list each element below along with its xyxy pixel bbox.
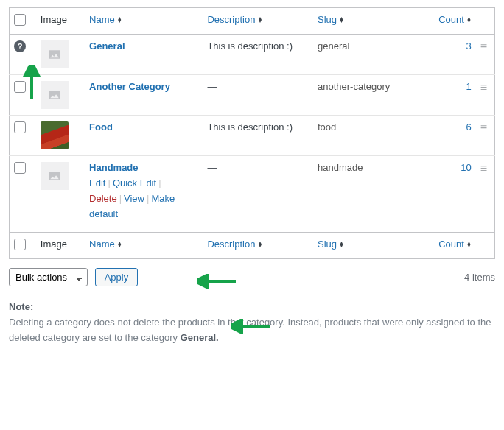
count-link[interactable]: 3 [435,40,472,52]
placeholder-image-icon[interactable] [41,162,69,190]
categories-table: Image Name Description Slug Count ?Gener… [9,7,495,259]
table-row: Another Category—another-category1≡ [10,75,495,116]
bulk-actions-select[interactable]: Bulk actions [9,268,88,286]
description-cell: This is description :) [203,35,313,75]
view-link[interactable]: View [124,193,144,204]
note-text: Note: Deleting a category does not delet… [9,300,495,345]
row-checkbox[interactable] [14,81,26,93]
select-all-checkbox-footer[interactable] [14,239,26,250]
apply-button[interactable]: Apply [95,268,139,286]
edit-link[interactable]: Edit [89,177,105,188]
description-cell: This is description :) [203,116,313,156]
count-link[interactable]: 1 [435,81,472,92]
slug-cell: food [313,116,431,156]
svg-point-3 [51,92,53,94]
drag-handle-icon[interactable]: ≡ [480,121,487,134]
sort-icon [257,17,262,23]
column-name-sort[interactable]: Name [89,14,122,25]
table-row: ?GeneralThis is description :)general3≡ [10,35,495,75]
help-icon[interactable]: ? [14,40,26,52]
column-slug-sort[interactable]: Slug [318,239,344,250]
delete-link[interactable]: Delete [89,193,117,204]
row-actions: Edit|Quick Edit|Delete|View|Make default [89,176,198,222]
category-name-link[interactable]: Handmade [89,162,138,173]
sort-icon [257,242,262,247]
slug-cell: handmade [313,156,431,233]
select-all-checkbox[interactable] [14,14,26,26]
drag-handle-icon[interactable]: ≡ [480,162,487,175]
row-checkbox[interactable] [14,162,26,174]
column-description-sort[interactable]: Description [207,14,262,25]
column-image: Image [36,8,85,35]
items-count: 4 items [464,272,495,283]
placeholder-image-icon[interactable] [41,81,69,109]
quick-edit-link[interactable]: Quick Edit [113,177,156,188]
column-slug-sort[interactable]: Slug [318,14,344,25]
column-count-sort[interactable]: Count [438,14,472,25]
count-link[interactable]: 6 [435,121,472,133]
slug-cell: general [313,35,431,75]
description-cell: — [203,156,313,233]
svg-point-1 [51,52,53,54]
row-checkbox[interactable] [14,121,26,133]
table-row: FoodThis is description :)food6≡ [10,116,495,156]
sort-icon [466,17,472,23]
sort-icon [117,17,122,23]
count-link[interactable]: 10 [435,162,472,173]
sort-icon [117,242,122,247]
column-name-sort[interactable]: Name [89,239,122,250]
description-cell: — [203,75,313,116]
drag-handle-icon[interactable]: ≡ [480,81,487,94]
category-name-link[interactable]: Food [89,121,113,133]
drag-handle-icon[interactable]: ≡ [480,40,487,53]
column-count-sort[interactable]: Count [438,239,472,250]
table-row: HandmadeEdit|Quick Edit|Delete|View|Make… [10,156,495,233]
category-name-link[interactable]: General [89,40,125,52]
svg-point-5 [51,173,53,175]
sort-icon [466,242,472,247]
slug-cell: another-category [313,75,431,116]
sort-icon [339,242,344,247]
column-image: Image [36,233,85,259]
column-description-sort[interactable]: Description [207,239,262,250]
category-name-link[interactable]: Another Category [89,81,170,92]
placeholder-image-icon[interactable] [41,40,69,68]
category-thumbnail[interactable] [41,121,69,149]
sort-icon [339,17,344,23]
